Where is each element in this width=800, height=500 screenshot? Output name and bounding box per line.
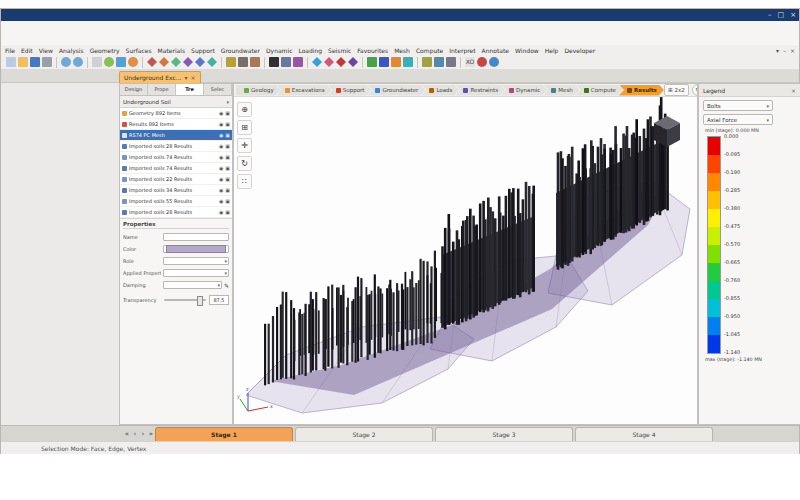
interpret-icon[interactable]: [391, 57, 401, 67]
minimize-button[interactable]: –: [768, 9, 772, 21]
tree-row[interactable]: Imported soils 34 Results◉▣: [120, 185, 232, 196]
menu-view[interactable]: View: [39, 47, 53, 54]
tab-dropdown-icon[interactable]: ▾: [184, 74, 187, 81]
visibility-icon[interactable]: ◉: [219, 176, 223, 182]
menu-geometry[interactable]: Geometry: [90, 47, 120, 54]
tree-row[interactable]: Imported soils 74 Results◉▣: [120, 152, 232, 163]
liner-support-icon[interactable]: [281, 57, 291, 67]
menu-edit[interactable]: Edit: [21, 47, 33, 54]
menu-mesh[interactable]: Mesh: [394, 47, 410, 54]
axes-toggle-icon[interactable]: [477, 57, 487, 67]
workflow-tab-dynamic[interactable]: Dynamic: [501, 85, 547, 96]
dropdown-field[interactable]: ▾: [163, 269, 229, 277]
menu-developer[interactable]: Developer: [564, 47, 595, 54]
backfill-icon[interactable]: [250, 57, 260, 67]
dropdown-field[interactable]: ▾: [163, 257, 229, 265]
edit-pencil-icon[interactable]: ✎: [224, 282, 229, 289]
save-file-icon[interactable]: [30, 57, 40, 67]
visibility-icon[interactable]: ◉: [219, 110, 223, 116]
legend-metric-dropdown[interactable]: Axial Force ▾: [703, 114, 773, 125]
first-stage-button[interactable]: «: [123, 427, 131, 441]
menu-groundwater[interactable]: Groundwater: [221, 47, 260, 54]
workflow-tab-geology[interactable]: Geology: [236, 85, 281, 96]
lock-icon[interactable]: ▣: [225, 132, 230, 138]
menu-seismic[interactable]: Seismic: [328, 47, 351, 54]
mdi-restore-icon[interactable]: –: [783, 47, 786, 54]
visibility-icon[interactable]: ◉: [219, 132, 223, 138]
menu-surfaces[interactable]: Surfaces: [126, 47, 152, 54]
tree-row[interactable]: Imported soils 22 Results◉▣: [120, 174, 232, 185]
mdi-close-icon[interactable]: ×: [790, 47, 795, 54]
pan-tool[interactable]: ✛: [237, 138, 252, 153]
slider-thumb[interactable]: [197, 296, 203, 306]
transparency-slider[interactable]: [164, 299, 206, 301]
lock-icon[interactable]: ▣: [225, 187, 230, 193]
print-icon[interactable]: [42, 57, 52, 67]
new-file-icon[interactable]: [6, 57, 16, 67]
open-file-icon[interactable]: [18, 57, 28, 67]
tree-row[interactable]: Imported soils 28 Results◉▣: [120, 207, 232, 218]
grid-layout-button[interactable]: ⊞ 2x2: [664, 84, 689, 96]
lock-icon[interactable]: ▣: [225, 154, 230, 160]
mesh-tool-icon[interactable]: [367, 57, 377, 67]
workflow-tab-support[interactable]: Support: [328, 85, 372, 96]
menu-materials[interactable]: Materials: [158, 47, 186, 54]
field-stress-icon[interactable]: [348, 57, 358, 67]
dropdown-field[interactable]: ▾: [163, 281, 222, 289]
visibility-icon[interactable]: ◉: [219, 154, 223, 160]
select-tool-icon[interactable]: [92, 57, 102, 67]
beam-support-icon[interactable]: [293, 57, 303, 67]
zoom-extents-icon[interactable]: [104, 57, 114, 67]
workflow-tab-groundwater[interactable]: Groundwater: [367, 85, 425, 96]
legend-bolts-dropdown[interactable]: Bolts ▾: [703, 100, 773, 111]
color-field[interactable]: [163, 245, 229, 253]
polyline-tool-icon[interactable]: [171, 57, 181, 67]
box-geometry-icon[interactable]: [147, 57, 157, 67]
menu-analysis[interactable]: Analysis: [59, 47, 84, 54]
bolt-support-icon[interactable]: [269, 57, 279, 67]
rotate-view-tool[interactable]: ↻: [237, 156, 252, 171]
panel-tab-selec[interactable]: Selec: [204, 84, 232, 95]
mdi-menu-icon[interactable]: ▾: [776, 47, 779, 54]
stage-tab-stage-4[interactable]: Stage 4: [575, 427, 713, 441]
visibility-icon[interactable]: ◉: [219, 198, 223, 204]
workflow-tab-results[interactable]: Results: [619, 85, 664, 96]
menu-loading[interactable]: Loading: [298, 47, 322, 54]
workflow-tab-mesh[interactable]: Mesh: [543, 85, 579, 96]
document-tab-underground-exc[interactable]: Underground Exc... ▾ ×: [119, 71, 201, 83]
pan-tool-icon[interactable]: [116, 57, 126, 67]
panel-tab-prope[interactable]: Prope: [148, 84, 176, 95]
workflow-tab-restraints[interactable]: Restraints: [455, 85, 505, 96]
menu-annotate[interactable]: Annotate: [482, 47, 509, 54]
tree-row[interactable]: Imported soils 74 Results◉▣: [120, 163, 232, 174]
lock-icon[interactable]: ▣: [225, 165, 230, 171]
lock-icon[interactable]: ▣: [225, 198, 230, 204]
visibility-icon[interactable]: ◉: [219, 143, 223, 149]
xo-constraint-icon[interactable]: XO: [465, 57, 475, 67]
groundwater-icon[interactable]: [312, 57, 322, 67]
stage-tab-stage-2[interactable]: Stage 2: [295, 427, 433, 441]
3d-model-canvas[interactable]: xyz: [234, 97, 698, 425]
next-stage-button[interactable]: ›: [139, 427, 147, 441]
dynamic-load-icon[interactable]: [324, 57, 334, 67]
menu-compute[interactable]: Compute: [416, 47, 443, 54]
workflow-tab-compute[interactable]: Compute: [576, 85, 623, 96]
3d-viewport[interactable]: GeologyExcavationsSupportGroundwaterLoad…: [233, 83, 698, 425]
redo-icon[interactable]: [73, 57, 83, 67]
zoom-window-tool[interactable]: ⊞: [237, 120, 252, 135]
stage-tab-stage-3[interactable]: Stage 3: [435, 427, 573, 441]
menu-window[interactable]: Window: [515, 47, 539, 54]
rotate-view-icon[interactable]: [128, 57, 138, 67]
lock-icon[interactable]: ▣: [225, 121, 230, 127]
menu-help[interactable]: Help: [545, 47, 559, 54]
tree-row[interactable]: Results 892 Items◉▣: [120, 119, 232, 130]
tree-scope-dropdown[interactable]: Underground Soil ▾: [120, 96, 232, 108]
visibility-icon[interactable]: ◉: [219, 165, 223, 171]
seismic-icon[interactable]: [336, 57, 346, 67]
menu-dynamic[interactable]: Dynamic: [266, 47, 292, 54]
panel-tab-design[interactable]: Design: [120, 84, 148, 95]
menu-interpret[interactable]: Interpret: [449, 47, 475, 54]
visibility-icon[interactable]: ◉: [219, 121, 223, 127]
panel-tab-tre[interactable]: Tre: [176, 84, 204, 95]
workflow-tab-excavations[interactable]: Excavations: [277, 85, 332, 96]
